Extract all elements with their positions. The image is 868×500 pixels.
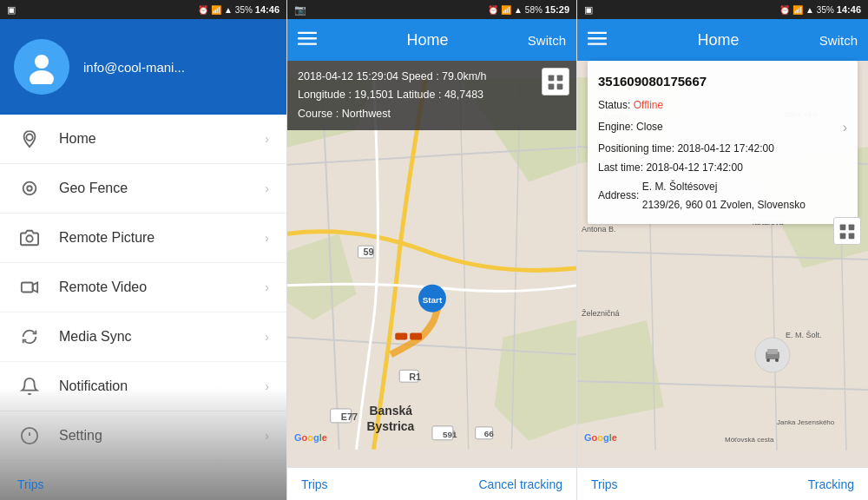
- status-bar-panel2: 📷 ⏰ 📶 ▲ 58% 15:29: [287, 0, 576, 19]
- switch-button-panel3[interactable]: Switch: [819, 33, 858, 48]
- header-title-panel2: Home: [327, 31, 528, 49]
- camera-icon: [17, 226, 42, 250]
- bell-icon: [17, 374, 42, 398]
- svg-rect-25: [395, 333, 407, 340]
- menu-icon-panel2[interactable]: [298, 29, 317, 51]
- svg-point-1: [30, 70, 54, 84]
- switch-button-panel2[interactable]: Switch: [528, 33, 566, 48]
- svg-rect-44: [557, 76, 563, 82]
- trips-link-panel1[interactable]: Trips: [17, 477, 44, 491]
- sb3-icons: ⏰ 📶 ▲ 35% 14:46: [779, 4, 861, 15]
- status-icons: ⏰ 📶 ▲ 35% 14:46: [198, 4, 279, 15]
- trips-link-panel3[interactable]: Trips: [591, 477, 618, 491]
- svg-rect-75: [840, 234, 846, 240]
- sidebar-item-setting[interactable]: Setting ›: [0, 411, 286, 461]
- time-panel3: 14:46: [837, 4, 861, 15]
- wifi-icon2: 📶: [501, 5, 511, 15]
- app-header-panel3: Home Switch: [577, 19, 868, 61]
- trip-info-line3: Course : Northwest: [298, 105, 566, 123]
- signal-icon3: ▲: [806, 5, 814, 15]
- engine-chevron-icon: ›: [843, 115, 847, 141]
- status-label: Status:: [598, 96, 630, 115]
- svg-text:E. M. Šolt.: E. M. Šolt.: [786, 331, 822, 339]
- video-icon: [17, 275, 42, 299]
- svg-text:Železničná: Železničná: [582, 309, 620, 318]
- alarm-icon: ⏰: [198, 5, 208, 15]
- battery2: 58%: [525, 5, 542, 15]
- wifi-icon: 📶: [211, 5, 221, 15]
- sidebar-item-media-sync[interactable]: Media Sync ›: [0, 312, 286, 362]
- svg-point-5: [26, 235, 32, 241]
- cancel-tracking-button[interactable]: Cancel tracking: [479, 477, 563, 491]
- address-value: E. M. Šoltésovej 2139/26, 960 01 Zvolen,…: [642, 178, 806, 215]
- menu-icon-panel3[interactable]: [588, 29, 607, 51]
- location-icon: [17, 127, 42, 151]
- svg-text:59: 59: [363, 247, 373, 257]
- time-panel2: 15:29: [545, 4, 569, 15]
- svg-rect-26: [410, 333, 422, 340]
- svg-rect-74: [849, 225, 855, 231]
- trip-info-line2: Longitude : 19,1501 Latitude : 48,7483: [298, 86, 566, 104]
- sidebar-item-geo-fence[interactable]: Geo Fence ›: [0, 164, 286, 214]
- svg-text:Bystrica: Bystrica: [366, 419, 414, 433]
- chevron-right-icon: ›: [265, 132, 269, 146]
- battery3: 35%: [817, 5, 834, 15]
- sidebar-item-remote-video-label: Remote Video: [59, 280, 265, 295]
- status-bar-left: ▣: [7, 4, 16, 16]
- svg-text:Antona B.: Antona B.: [582, 225, 616, 234]
- last-time-value: 2018-04-12 17:42:00: [646, 159, 742, 178]
- sidebar-item-notification[interactable]: Notification ›: [0, 362, 286, 411]
- sidebar-item-remote-video[interactable]: Remote Video ›: [0, 263, 286, 312]
- sidebar-item-home[interactable]: Home ›: [0, 115, 286, 164]
- app-header-panel2: Home Switch: [287, 19, 576, 61]
- user-icon: [24, 49, 59, 84]
- map-panel-1: 📷 ⏰ 📶 ▲ 58% 15:29 Home Switch 2018-04-12…: [286, 0, 577, 500]
- svg-text:Banská: Banská: [369, 404, 412, 418]
- svg-point-72: [775, 359, 779, 362]
- nav-menu: Home › Geo Fence › Remote Picture ›: [0, 115, 286, 500]
- svg-rect-12: [298, 43, 317, 45]
- android-icon: ▣: [7, 4, 16, 16]
- positioning-time-row: Positioning time: 2018-04-12 17:42:00: [598, 140, 847, 159]
- sidebar-item-remote-picture[interactable]: Remote Picture ›: [0, 214, 286, 263]
- time-display: 14:46: [255, 4, 279, 15]
- chevron-right-icon4: ›: [265, 280, 269, 294]
- info-circle-icon: [17, 424, 42, 448]
- positioning-time-value: 2018-04-12 17:42:00: [677, 140, 773, 159]
- engine-row[interactable]: Engine: Close ›: [598, 115, 847, 141]
- status-row: Status: Offline: [598, 96, 847, 115]
- video-camera-icon: 📷: [294, 4, 306, 15]
- android-icon3: ▣: [584, 4, 593, 15]
- status-bar-panel1: ▣ ⏰ 📶 ▲ 35% 14:46: [0, 0, 286, 19]
- trips-link-panel2[interactable]: Trips: [301, 477, 328, 491]
- svg-rect-47: [588, 32, 607, 34]
- chevron-right-icon6: ›: [265, 379, 269, 393]
- svg-rect-45: [549, 84, 555, 90]
- chevron-right-icon3: ›: [265, 231, 269, 245]
- map-panel-3: ▣ ⏰ 📶 ▲ 35% 14:46 Home Switch 3516090801…: [577, 0, 868, 500]
- svg-rect-70: [767, 349, 778, 354]
- device-id: 351609080175667: [598, 69, 847, 93]
- signal-icon2: ▲: [514, 5, 523, 15]
- sb2-left: 📷: [294, 4, 306, 16]
- svg-text:Móťovská cesta: Móťovská cesta: [725, 436, 774, 444]
- profile-area: info@cool-mani...: [0, 19, 286, 115]
- wifi-icon3: 📶: [792, 5, 803, 15]
- avatar: [14, 39, 69, 95]
- map-footer-panel2: Trips Cancel tracking: [287, 467, 576, 500]
- address-label: Address:: [598, 187, 639, 206]
- map-layer-button[interactable]: [542, 68, 569, 95]
- sidebar-item-setting-label: Setting: [59, 428, 265, 444]
- svg-point-3: [23, 182, 36, 195]
- alarm-icon2: ⏰: [488, 5, 498, 15]
- battery-text: 35%: [235, 5, 253, 15]
- svg-point-71: [766, 359, 770, 362]
- svg-rect-10: [298, 32, 317, 34]
- chevron-right-icon2: ›: [265, 181, 269, 195]
- map-footer-panel3: Trips Tracking: [577, 467, 868, 500]
- map-layer-button-panel3[interactable]: [833, 217, 861, 245]
- tracking-button[interactable]: Tracking: [808, 477, 854, 491]
- address-row: Address: E. M. Šoltésovej 2139/26, 960 0…: [598, 178, 847, 215]
- svg-rect-6: [22, 283, 33, 293]
- status-bar-panel3: ▣ ⏰ 📶 ▲ 35% 14:46: [577, 0, 868, 19]
